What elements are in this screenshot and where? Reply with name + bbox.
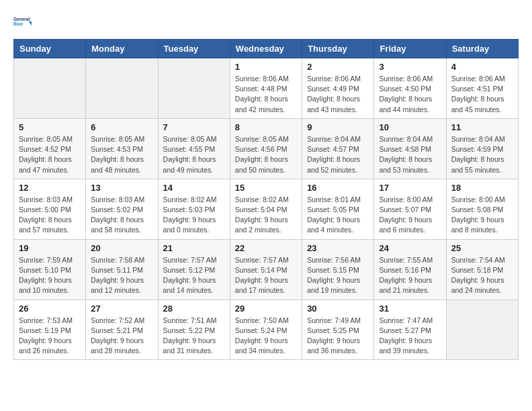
calendar-cell: 14Sunrise: 8:02 AM Sunset: 5:03 PM Dayli… xyxy=(158,179,230,239)
day-info: Sunrise: 8:03 AM Sunset: 5:00 PM Dayligh… xyxy=(19,195,81,236)
day-number: 24 xyxy=(379,243,441,253)
day-number: 17 xyxy=(379,183,441,193)
day-number: 26 xyxy=(19,304,81,314)
day-info: Sunrise: 8:04 AM Sunset: 4:59 PM Dayligh… xyxy=(451,134,513,175)
day-info: Sunrise: 8:04 AM Sunset: 4:58 PM Dayligh… xyxy=(379,134,441,175)
day-info: Sunrise: 8:04 AM Sunset: 4:57 PM Dayligh… xyxy=(307,134,369,175)
day-number: 10 xyxy=(379,122,441,132)
calendar-cell: 20Sunrise: 7:58 AM Sunset: 5:11 PM Dayli… xyxy=(86,239,158,300)
day-number: 20 xyxy=(91,243,152,253)
day-number: 7 xyxy=(163,122,225,132)
day-number: 2 xyxy=(307,62,369,72)
calendar-cell: 17Sunrise: 8:00 AM Sunset: 5:07 PM Dayli… xyxy=(374,179,446,239)
week-row-2: 12Sunrise: 8:03 AM Sunset: 5:00 PM Dayli… xyxy=(14,179,519,239)
day-number: 18 xyxy=(451,183,513,193)
calendar-cell: 9Sunrise: 8:04 AM Sunset: 4:57 PM Daylig… xyxy=(302,118,374,179)
calendar-cell: 18Sunrise: 8:00 AM Sunset: 5:08 PM Dayli… xyxy=(446,179,518,239)
day-info: Sunrise: 7:51 AM Sunset: 5:22 PM Dayligh… xyxy=(163,316,225,357)
weekday-header-monday: Monday xyxy=(86,40,158,58)
day-info: Sunrise: 8:05 AM Sunset: 4:53 PM Dayligh… xyxy=(91,134,152,175)
day-number: 3 xyxy=(379,62,441,72)
calendar-cell: 3Sunrise: 8:06 AM Sunset: 4:50 PM Daylig… xyxy=(374,58,446,119)
day-info: Sunrise: 7:58 AM Sunset: 5:11 PM Dayligh… xyxy=(91,255,152,296)
day-info: Sunrise: 7:57 AM Sunset: 5:12 PM Dayligh… xyxy=(163,255,225,296)
day-number: 29 xyxy=(235,304,297,314)
weekday-header-row: SundayMondayTuesdayWednesdayThursdayFrid… xyxy=(14,40,519,58)
day-info: Sunrise: 8:06 AM Sunset: 4:49 PM Dayligh… xyxy=(307,74,369,115)
svg-marker-2 xyxy=(28,21,32,26)
weekday-header-wednesday: Wednesday xyxy=(230,40,302,58)
calendar-cell: 4Sunrise: 8:06 AM Sunset: 4:51 PM Daylig… xyxy=(446,58,518,119)
day-number: 13 xyxy=(91,183,152,193)
day-number: 31 xyxy=(379,304,441,314)
calendar-table: SundayMondayTuesdayWednesdayThursdayFrid… xyxy=(13,39,519,360)
svg-text:General: General xyxy=(13,17,30,21)
calendar-cell: 21Sunrise: 7:57 AM Sunset: 5:12 PM Dayli… xyxy=(158,239,230,300)
day-info: Sunrise: 7:59 AM Sunset: 5:10 PM Dayligh… xyxy=(19,255,81,296)
calendar-cell xyxy=(86,58,158,119)
day-number: 8 xyxy=(235,122,297,132)
page: GeneralBlue SundayMondayTuesdayWednesday… xyxy=(0,0,532,372)
calendar-cell: 2Sunrise: 8:06 AM Sunset: 4:49 PM Daylig… xyxy=(302,58,374,119)
day-info: Sunrise: 8:05 AM Sunset: 4:56 PM Dayligh… xyxy=(235,134,297,175)
calendar-cell: 31Sunrise: 7:47 AM Sunset: 5:27 PM Dayli… xyxy=(374,300,446,360)
week-row-0: 1Sunrise: 8:06 AM Sunset: 4:48 PM Daylig… xyxy=(14,58,519,119)
day-info: Sunrise: 7:57 AM Sunset: 5:14 PM Dayligh… xyxy=(235,255,297,296)
day-info: Sunrise: 7:54 AM Sunset: 5:18 PM Dayligh… xyxy=(451,255,513,296)
header: GeneralBlue xyxy=(13,12,519,31)
weekday-header-thursday: Thursday xyxy=(302,40,374,58)
week-row-4: 26Sunrise: 7:53 AM Sunset: 5:19 PM Dayli… xyxy=(14,300,519,360)
day-number: 27 xyxy=(91,304,152,314)
day-number: 5 xyxy=(19,122,81,132)
day-number: 28 xyxy=(163,304,225,314)
day-info: Sunrise: 7:49 AM Sunset: 5:25 PM Dayligh… xyxy=(307,316,369,357)
day-info: Sunrise: 8:06 AM Sunset: 4:51 PM Dayligh… xyxy=(451,74,513,115)
calendar-cell: 25Sunrise: 7:54 AM Sunset: 5:18 PM Dayli… xyxy=(446,239,518,300)
day-number: 15 xyxy=(235,183,297,193)
day-number: 23 xyxy=(307,243,369,253)
day-info: Sunrise: 8:00 AM Sunset: 5:08 PM Dayligh… xyxy=(451,195,513,236)
weekday-header-saturday: Saturday xyxy=(446,40,518,58)
day-info: Sunrise: 8:06 AM Sunset: 4:50 PM Dayligh… xyxy=(379,74,441,115)
calendar-cell: 15Sunrise: 8:02 AM Sunset: 5:04 PM Dayli… xyxy=(230,179,302,239)
calendar-cell: 27Sunrise: 7:52 AM Sunset: 5:21 PM Dayli… xyxy=(86,300,158,360)
calendar-cell: 23Sunrise: 7:56 AM Sunset: 5:15 PM Dayli… xyxy=(302,239,374,300)
day-number: 4 xyxy=(451,62,513,72)
day-info: Sunrise: 7:53 AM Sunset: 5:19 PM Dayligh… xyxy=(19,316,81,357)
day-info: Sunrise: 8:02 AM Sunset: 5:03 PM Dayligh… xyxy=(163,195,225,236)
calendar-cell: 28Sunrise: 7:51 AM Sunset: 5:22 PM Dayli… xyxy=(158,300,230,360)
day-info: Sunrise: 7:56 AM Sunset: 5:15 PM Dayligh… xyxy=(307,255,369,296)
calendar-cell: 1Sunrise: 8:06 AM Sunset: 4:48 PM Daylig… xyxy=(230,58,302,119)
day-info: Sunrise: 8:03 AM Sunset: 5:02 PM Dayligh… xyxy=(91,195,152,236)
day-info: Sunrise: 8:05 AM Sunset: 4:55 PM Dayligh… xyxy=(163,134,225,175)
calendar-cell: 26Sunrise: 7:53 AM Sunset: 5:19 PM Dayli… xyxy=(14,300,86,360)
day-number: 6 xyxy=(91,122,152,132)
day-number: 25 xyxy=(451,243,513,253)
calendar-cell: 12Sunrise: 8:03 AM Sunset: 5:00 PM Dayli… xyxy=(14,179,86,239)
day-number: 9 xyxy=(307,122,369,132)
calendar-cell: 19Sunrise: 7:59 AM Sunset: 5:10 PM Dayli… xyxy=(14,239,86,300)
day-info: Sunrise: 7:55 AM Sunset: 5:16 PM Dayligh… xyxy=(379,255,441,296)
calendar-cell: 13Sunrise: 8:03 AM Sunset: 5:02 PM Dayli… xyxy=(86,179,158,239)
day-info: Sunrise: 8:00 AM Sunset: 5:07 PM Dayligh… xyxy=(379,195,441,236)
day-info: Sunrise: 8:05 AM Sunset: 4:52 PM Dayligh… xyxy=(19,134,81,175)
weekday-header-tuesday: Tuesday xyxy=(158,40,230,58)
calendar-cell: 30Sunrise: 7:49 AM Sunset: 5:25 PM Dayli… xyxy=(302,300,374,360)
day-number: 21 xyxy=(163,243,225,253)
logo: GeneralBlue xyxy=(13,12,32,31)
day-number: 22 xyxy=(235,243,297,253)
calendar-cell: 22Sunrise: 7:57 AM Sunset: 5:14 PM Dayli… xyxy=(230,239,302,300)
day-number: 16 xyxy=(307,183,369,193)
calendar-cell: 11Sunrise: 8:04 AM Sunset: 4:59 PM Dayli… xyxy=(446,118,518,179)
day-info: Sunrise: 8:02 AM Sunset: 5:04 PM Dayligh… xyxy=(235,195,297,236)
logo-icon: GeneralBlue xyxy=(13,12,32,31)
day-number: 14 xyxy=(163,183,225,193)
calendar-cell: 29Sunrise: 7:50 AM Sunset: 5:24 PM Dayli… xyxy=(230,300,302,360)
calendar-cell: 8Sunrise: 8:05 AM Sunset: 4:56 PM Daylig… xyxy=(230,118,302,179)
day-info: Sunrise: 7:50 AM Sunset: 5:24 PM Dayligh… xyxy=(235,316,297,357)
day-number: 11 xyxy=(451,122,513,132)
calendar-cell xyxy=(14,58,86,119)
day-info: Sunrise: 7:52 AM Sunset: 5:21 PM Dayligh… xyxy=(91,316,152,357)
day-info: Sunrise: 8:06 AM Sunset: 4:48 PM Dayligh… xyxy=(235,74,297,115)
calendar-cell: 24Sunrise: 7:55 AM Sunset: 5:16 PM Dayli… xyxy=(374,239,446,300)
